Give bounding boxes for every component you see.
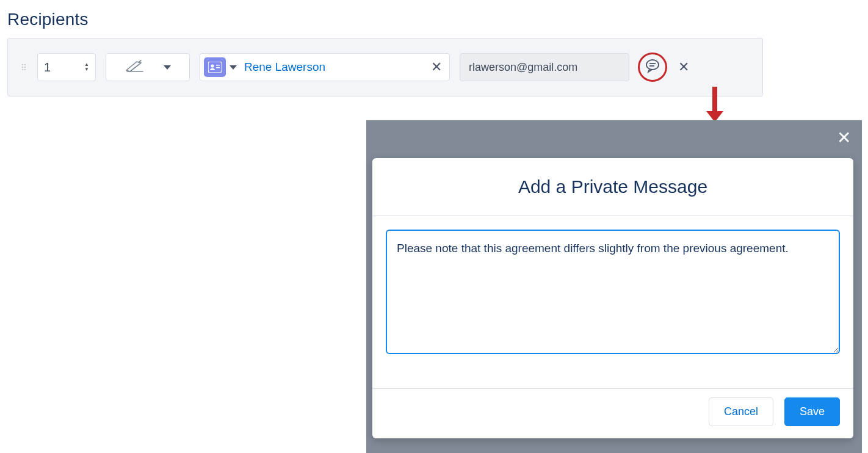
svg-rect-4 — [216, 67, 220, 68]
svg-point-2 — [211, 64, 214, 67]
signing-order-stepper[interactable]: 1 ▲▼ — [37, 53, 96, 81]
save-button[interactable]: Save — [784, 397, 840, 426]
recipient-email-value: rlawerson@gmail.com — [469, 61, 577, 74]
chevron-down-icon — [164, 65, 171, 70]
contact-card-icon — [204, 57, 226, 77]
svg-rect-3 — [216, 65, 220, 66]
recipient-row: 1 ▲▼ — [7, 38, 763, 96]
chevron-down-icon — [230, 65, 237, 70]
recipients-heading: Recipients — [7, 10, 861, 29]
private-message-button[interactable] — [639, 54, 666, 81]
cancel-button[interactable]: Cancel — [709, 397, 773, 426]
signing-order-value: 1 — [44, 60, 51, 74]
close-icon[interactable]: ✕ — [837, 128, 851, 148]
private-message-dialog: Add a Private Message Cancel Save — [372, 158, 853, 438]
recipient-email-field: rlawerson@gmail.com — [460, 53, 629, 81]
recipient-name-field[interactable]: Rene Lawerson ✕ — [200, 53, 450, 81]
drag-handle-icon[interactable] — [18, 64, 27, 70]
pen-sign-icon — [125, 59, 145, 75]
dialog-body — [372, 216, 853, 388]
clear-name-icon[interactable]: ✕ — [429, 57, 444, 78]
dialog-footer: Cancel Save — [372, 388, 853, 438]
dialog-header: Add a Private Message — [372, 158, 853, 216]
stepper-arrows-icon[interactable]: ▲▼ — [84, 62, 89, 72]
dialog-title: Add a Private Message — [518, 176, 707, 197]
callout-highlight-ring — [638, 53, 667, 82]
remove-recipient-icon[interactable]: ✕ — [676, 57, 692, 78]
recipient-role-dropdown[interactable] — [106, 53, 190, 81]
recipient-name-label: Rene Lawerson — [244, 60, 425, 74]
private-message-input[interactable] — [386, 230, 840, 354]
modal-backdrop: ✕ Add a Private Message Cancel Save — [366, 120, 862, 453]
